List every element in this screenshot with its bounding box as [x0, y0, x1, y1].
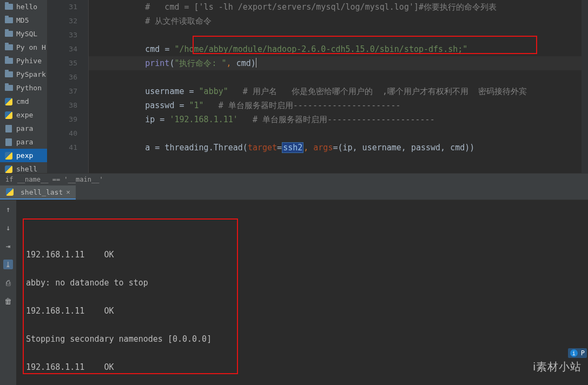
line-number: 40: [48, 127, 77, 141]
sidebar-item-label: Py on H: [16, 43, 46, 51]
sidebar-item-py-on-h[interactable]: Py on H: [0, 41, 47, 54]
line-number: 39: [48, 112, 77, 127]
sidebar-item-shell[interactable]: shell: [0, 162, 47, 173]
arrow-down-icon[interactable]: ↓: [3, 223, 13, 233]
python-icon: [5, 188, 14, 196]
sidebar-item-label: Python: [16, 84, 42, 92]
run-tab-shell-last[interactable]: shell_last ×: [0, 185, 76, 200]
python-icon: [4, 152, 13, 160]
code-line: cmd = "/home/abby/module/hadoop-2.6.0-cd…: [89, 42, 588, 56]
sidebar-item-hello[interactable]: hello: [0, 0, 47, 14]
console-line: [26, 374, 578, 385]
sidebar-item-mysql[interactable]: MySQL: [0, 27, 47, 41]
code-line: # 从文件读取命令: [89, 14, 588, 28]
line-number: 38: [48, 98, 77, 112]
folder-icon: [4, 30, 13, 38]
line-gutter: 3132333435363738394041: [48, 0, 89, 173]
code-line: [89, 28, 588, 42]
code-line: username = "abby" # 用户名 你是免密给哪个用户的 ,哪个用户…: [89, 84, 588, 98]
status-badge[interactable]: i P: [568, 348, 587, 358]
line-number: 33: [48, 28, 77, 42]
sidebar-item-label: cmd: [16, 97, 29, 105]
cursor: [256, 58, 256, 68]
arrow-up-icon[interactable]: ↑: [3, 204, 13, 214]
console-line: 192.168.1.11 OK: [26, 360, 578, 374]
file-icon: [4, 138, 13, 146]
sidebar-item-cmd[interactable]: cmd: [0, 95, 47, 108]
console-line: abby: no datanode to stop: [26, 276, 578, 290]
folder-icon: [4, 71, 13, 78]
code-area[interactable]: # cmd = ['ls -lh /export/servers/mysql/l…: [89, 0, 588, 173]
sidebar-item-python[interactable]: Python: [0, 81, 47, 95]
code-editor[interactable]: 3132333435363738394041 # cmd = ['ls -lh …: [48, 0, 588, 173]
run-tab-row: shell_last ×: [0, 185, 588, 200]
folder-icon: [4, 44, 13, 51]
line-number: 34: [48, 42, 77, 56]
console-line: [26, 318, 578, 332]
sidebar-item-label: expe: [16, 111, 33, 119]
file-icon: [4, 125, 13, 132]
folder-icon: [4, 17, 13, 24]
console-line: [26, 290, 578, 304]
line-number: 37: [48, 84, 77, 98]
sidebar-item-pexp[interactable]: pexp: [0, 149, 47, 162]
console-line: 192.168.1.11 OK: [26, 248, 578, 262]
console-line: [26, 346, 578, 360]
sidebar-item-label: Pyhive: [16, 57, 42, 65]
close-icon[interactable]: ×: [66, 189, 70, 196]
line-number: 36: [48, 70, 77, 84]
console-output[interactable]: 192.168.1.11 OK abby: no datanode to sto…: [16, 200, 588, 385]
sidebar-item-md5[interactable]: MD5: [0, 14, 47, 27]
scroll-to-end-icon[interactable]: ⤓: [3, 260, 13, 269]
sidebar-item-pyhive[interactable]: Pyhive: [0, 54, 47, 68]
tab-label: shell_last: [21, 188, 63, 196]
code-line: passwd = "1" # 单台服务器时启用-----------------…: [89, 98, 588, 112]
sidebar-item-para2[interactable]: para: [0, 135, 47, 149]
sidebar-item-label: hello: [16, 3, 37, 11]
sidebar-item-label: para: [16, 124, 33, 132]
trash-icon[interactable]: 🗑: [3, 296, 13, 306]
code-line: [89, 70, 588, 84]
sidebar-item-para1[interactable]: para: [0, 122, 47, 135]
folder-icon: [4, 84, 13, 92]
print-icon[interactable]: ⎙: [3, 278, 13, 288]
console-line: 192.168.1.11 OK: [26, 304, 578, 318]
soft-wrap-icon[interactable]: ⇥: [3, 241, 13, 251]
sidebar-item-expe[interactable]: expe: [0, 108, 47, 122]
code-line: a = threading.Thread(target=ssh2, args=(…: [89, 141, 588, 155]
folder-icon: [4, 3, 13, 11]
sidebar-item-label: shell: [16, 165, 37, 173]
python-icon: [4, 98, 13, 105]
sidebar-item-label: MD5: [16, 16, 29, 24]
code-line: [89, 127, 588, 141]
folder-icon: [4, 57, 13, 65]
console-line: Stopping secondary namenodes [0.0.0.0]: [26, 332, 578, 346]
sidebar-item-pyspark[interactable]: PySpark: [0, 68, 47, 81]
info-icon: i: [570, 349, 578, 357]
python-icon: [4, 111, 13, 119]
code-line: ip = '192.168.1.11' # 单台服务器时启用----------…: [89, 112, 588, 127]
line-number: 41: [48, 141, 77, 155]
console-line: [26, 262, 578, 276]
line-number: 35: [48, 56, 77, 70]
line-number: 31: [48, 0, 77, 14]
code-line-current: print("执行命令: ", cmd): [89, 56, 588, 70]
python-icon: [4, 165, 13, 173]
sidebar-item-label: pexp: [16, 151, 33, 160]
sidebar-item-label: PySpark: [16, 70, 46, 78]
breadcrumb: if __name__ == '__main__': [0, 173, 588, 185]
console-toolbar: ↑ ↓ ⇥ ⤓ ⎙ 🗑: [0, 200, 16, 385]
line-number: 32: [48, 14, 77, 28]
code-line: # cmd = ['ls -lh /export/servers/mysql/l…: [89, 0, 588, 14]
editor-marker-strip: [582, 0, 588, 173]
project-sidebar[interactable]: helloMD5MySQLPy on HPyhivePySparkPythonc…: [0, 0, 48, 173]
sidebar-item-label: MySQL: [16, 30, 37, 38]
sidebar-item-label: para: [16, 138, 33, 146]
